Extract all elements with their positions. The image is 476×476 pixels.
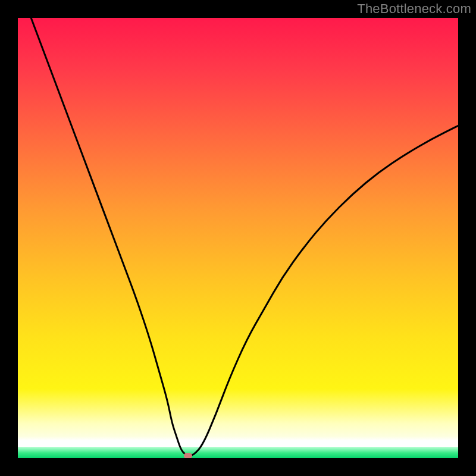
plot-area — [18, 18, 458, 458]
curve-svg — [18, 18, 458, 458]
bottleneck-curve — [31, 18, 458, 455]
watermark-text: TheBottleneck.com — [357, 1, 471, 17]
optimal-marker — [184, 453, 192, 458]
chart-frame: TheBottleneck.com — [0, 0, 476, 476]
